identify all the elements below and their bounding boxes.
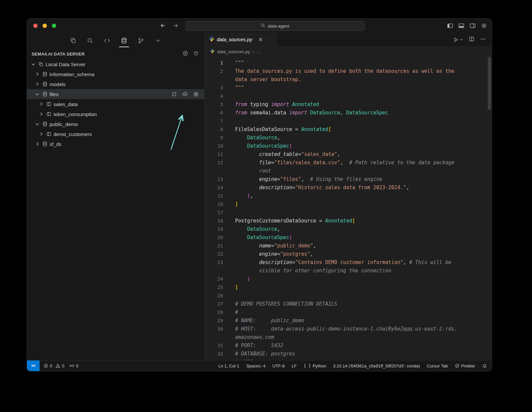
tree-item-label: sf_ds <box>50 141 62 147</box>
notifications-bell-icon[interactable] <box>482 363 487 368</box>
chevron-right-icon[interactable] <box>38 131 44 137</box>
warning-icon <box>56 363 60 368</box>
code-icon[interactable] <box>103 37 111 45</box>
breadcrumb-file[interactable]: data_sources.py <box>217 49 250 54</box>
encoding-status[interactable]: UTF-8 <box>272 363 285 368</box>
table-icon <box>46 111 52 117</box>
line-number: 1 <box>204 59 223 67</box>
minimize-button[interactable] <box>43 24 47 28</box>
tree-item-label: models <box>50 81 66 87</box>
back-button[interactable] <box>160 23 166 29</box>
data-server-database-icon[interactable] <box>120 37 128 45</box>
tree-item-public_demo[interactable]: public_demo <box>27 119 204 129</box>
code-line: 13 engine="files", # Using the files eng… <box>204 175 492 184</box>
run-python-file-icon[interactable] <box>453 37 463 43</box>
code-line: 2The data_sources.py is used to define b… <box>204 67 492 75</box>
interpreter-status[interactable]: 3.10.14 ('64f361a_c5e81ff_59f207d3': con… <box>333 363 420 368</box>
tree-item-models[interactable]: models <box>27 79 204 89</box>
line-number: 5 <box>204 100 223 109</box>
language-status[interactable]: { } Python <box>304 363 326 368</box>
scrollbar-thumb[interactable] <box>488 57 491 110</box>
toggle-secondary-sidebar-icon[interactable] <box>469 23 476 29</box>
code-line: 19 DataSource, <box>204 225 492 233</box>
line-number: 26 <box>204 292 223 300</box>
titlebar: data-agent <box>27 19 492 33</box>
tree-item-sf_ds[interactable]: sf_ds <box>27 139 204 149</box>
chevron-down-icon[interactable] <box>34 91 40 97</box>
sidebar: SEMA4.AI DATA SERVER Local Data Serverin… <box>27 33 204 360</box>
forward-button[interactable] <box>173 23 179 29</box>
chevron-right-icon[interactable] <box>38 101 44 107</box>
code-line: 22 engine="postgres", <box>204 250 492 258</box>
code-line: 33# USER: <box>204 358 492 360</box>
code-line: 18PostgresCustomersDataSource = Annotate… <box>204 217 492 225</box>
cursor-tab-status[interactable]: Cursor Tab <box>427 363 448 368</box>
circle-slash-icon <box>455 363 460 368</box>
ports-status[interactable]: 0 <box>69 363 78 368</box>
git-branch-icon[interactable] <box>137 37 145 45</box>
breadcrumb-more[interactable]: ... <box>257 49 261 54</box>
line-number <box>204 333 223 342</box>
chevron-down-icon[interactable] <box>34 121 40 127</box>
tree-item-label: files <box>50 91 59 97</box>
more-actions-icon[interactable] <box>480 36 486 43</box>
collapse-close-circle-icon[interactable] <box>183 51 188 58</box>
braces-icon: { } <box>304 363 311 368</box>
tab-close-icon[interactable]: ✕ <box>258 37 263 43</box>
history-refresh-icon[interactable] <box>193 51 199 58</box>
target-icon[interactable] <box>193 91 199 97</box>
code-line: 24 ) <box>204 275 492 283</box>
search-icon <box>261 23 265 29</box>
tree-item-label: information_schema <box>50 71 94 77</box>
chevron-down-icon[interactable] <box>154 37 162 45</box>
refresh-icon[interactable] <box>171 91 177 97</box>
code-line: 10 DataSourceSpec( <box>204 142 492 150</box>
breadcrumb[interactable]: data_sources.py › ... <box>204 47 492 56</box>
cloud-upload-icon[interactable] <box>182 91 188 97</box>
code-line: data server bootstrap. <box>204 75 492 84</box>
settings-gear-icon[interactable] <box>481 23 487 29</box>
chevron-right-icon[interactable] <box>34 71 40 77</box>
line-number: 27 <box>204 300 223 308</box>
tree-item-information_schema[interactable]: information_schema <box>27 69 204 79</box>
error-count: 0 <box>50 363 52 368</box>
line-number: 24 <box>204 275 223 283</box>
toggle-primary-sidebar-icon[interactable] <box>447 23 453 29</box>
code-line: 27# DEMO POSTGRES CONNECTION DETAILS <box>204 300 492 308</box>
problems-status[interactable]: 0 0 <box>44 363 64 368</box>
tree-item-sales_data[interactable]: sales_data <box>27 99 204 109</box>
cursor-position-status[interactable]: Ln 1, Col 1 <box>218 363 239 368</box>
tree-item-token_consumption[interactable]: token_consumption <box>27 109 204 119</box>
database-icon <box>42 141 48 147</box>
tree-item-Local Data Server[interactable]: Local Data Server <box>27 59 204 69</box>
tree-item-demo_customers[interactable]: demo_customers <box>27 129 204 139</box>
line-number <box>204 167 223 175</box>
code-line: 4 <box>204 92 492 100</box>
formatter-status[interactable]: Prettier <box>455 363 475 368</box>
line-number: 3 <box>204 84 223 92</box>
code-line: 28# <box>204 308 492 317</box>
tree-item-files[interactable]: files <box>27 89 204 99</box>
tab-data-sources[interactable]: data_sources.py ✕ <box>204 33 277 47</box>
code-line: 26 <box>204 292 492 300</box>
chevron-right-icon[interactable] <box>34 141 40 147</box>
split-editor-icon[interactable] <box>469 36 474 43</box>
section-title: SEMA4.AI DATA SERVER <box>32 52 183 57</box>
tree-item-label: Local Data Server <box>46 62 85 67</box>
copy-pages-icon[interactable] <box>69 37 77 45</box>
zoom-button[interactable] <box>52 24 56 28</box>
chevron-right-icon[interactable] <box>38 111 44 117</box>
eol-status[interactable]: LF <box>292 363 297 368</box>
remote-indicator[interactable]: >< <box>27 360 40 371</box>
command-search-box[interactable]: data-agent <box>185 21 365 31</box>
code-editor[interactable]: 1"""2The data_sources.py is used to defi… <box>204 56 492 360</box>
line-number <box>204 267 223 275</box>
toggle-panel-icon[interactable] <box>458 23 465 29</box>
table-icon <box>46 101 52 107</box>
indentation-status[interactable]: Spaces: 4 <box>246 363 265 368</box>
code-line: 12 file="files/sales_data.csv", # Path r… <box>204 159 492 167</box>
chevron-down-icon[interactable] <box>30 61 36 67</box>
close-button[interactable] <box>33 24 38 28</box>
search-icon[interactable] <box>86 37 94 45</box>
chevron-right-icon[interactable] <box>34 81 40 87</box>
